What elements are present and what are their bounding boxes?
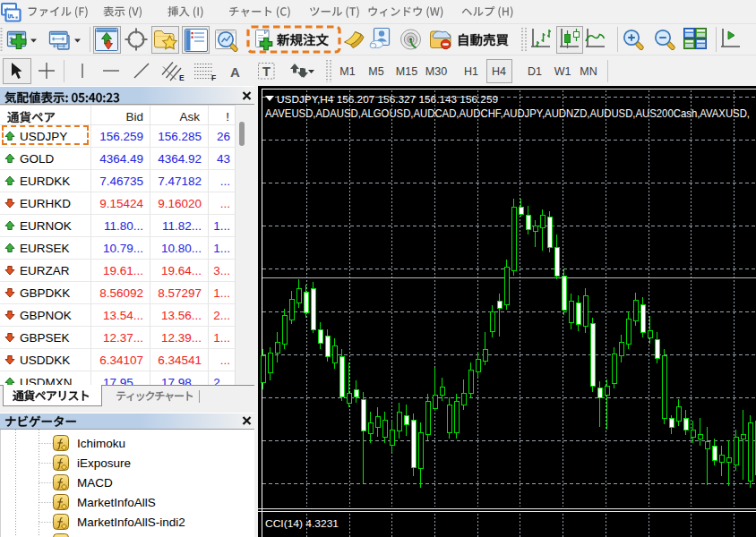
svg-text:iExposure: iExposure <box>77 456 131 470</box>
svg-text:M1: M1 <box>339 65 355 78</box>
svg-text:CCI(14) 4.3231: CCI(14) 4.3231 <box>265 518 339 529</box>
svg-text:MarketInfoAllS: MarketInfoAllS <box>77 496 156 509</box>
svg-text:T: T <box>262 64 271 79</box>
svg-text:H4: H4 <box>492 65 506 78</box>
svg-text:MarketInfoAllS-indi2: MarketInfoAllS-indi2 <box>77 516 185 529</box>
svg-text:Ichimoku: Ichimoku <box>77 437 125 450</box>
svg-text:E: E <box>179 73 185 82</box>
svg-text:M30: M30 <box>425 65 447 78</box>
svg-text:MACD: MACD <box>77 476 113 490</box>
svg-text:AAVEUSD,ADAUSD,ALGOUSD,AUDCAD,: AAVEUSD,ADAUSD,ALGOUSD,AUDCAD,AUDCHF,AUD… <box>265 107 750 120</box>
svg-text:A: A <box>230 64 240 80</box>
svg-text:W1: W1 <box>554 65 571 78</box>
svg-text:USDJPY,H4 156.207 156.327 156: USDJPY,H4 156.207 156.327 156.143 156.25… <box>277 94 498 105</box>
svg-text:M15: M15 <box>396 65 417 78</box>
svg-text:H1: H1 <box>464 65 478 78</box>
svg-text:MN: MN <box>580 65 597 78</box>
svg-text:M5: M5 <box>368 65 383 78</box>
svg-text:F: F <box>211 73 216 82</box>
svg-text:D1: D1 <box>528 65 542 78</box>
